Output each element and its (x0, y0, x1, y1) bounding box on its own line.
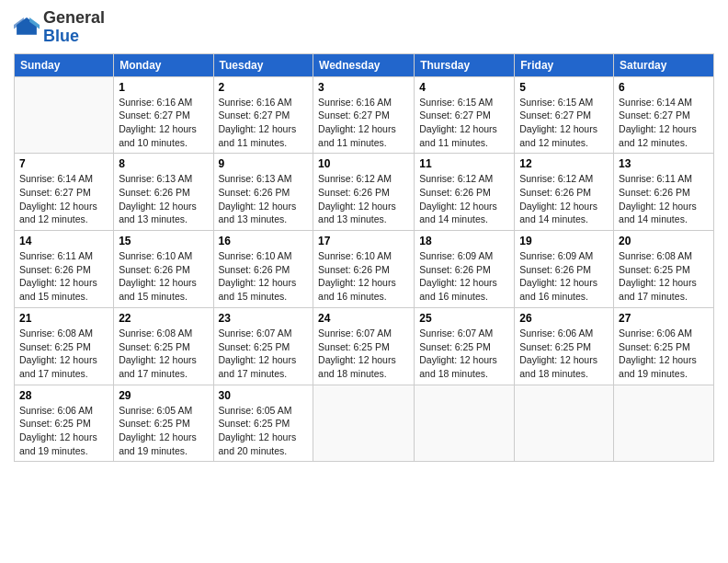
day-info: Sunrise: 6:14 AM Sunset: 6:27 PM Dayligh… (19, 172, 108, 226)
day-number: 24 (318, 312, 409, 325)
col-wednesday: Wednesday (313, 53, 415, 76)
day-info: Sunrise: 6:11 AM Sunset: 6:26 PM Dayligh… (619, 172, 709, 226)
calendar-cell (313, 385, 415, 462)
calendar-cell: 8Sunrise: 6:13 AM Sunset: 6:26 PM Daylig… (114, 154, 213, 231)
day-number: 18 (419, 235, 509, 247)
calendar-row: 21Sunrise: 6:08 AM Sunset: 6:25 PM Dayli… (15, 307, 714, 385)
day-info: Sunrise: 6:06 AM Sunset: 6:25 PM Dayligh… (619, 327, 709, 381)
day-info: Sunrise: 6:16 AM Sunset: 6:27 PM Dayligh… (219, 96, 309, 150)
calendar-cell: 4Sunrise: 6:15 AM Sunset: 6:27 PM Daylig… (415, 76, 515, 154)
calendar-header: Sunday Monday Tuesday Wednesday Thursday… (15, 53, 714, 76)
day-number: 10 (318, 157, 409, 170)
logo-icon (14, 15, 40, 40)
day-info: Sunrise: 6:07 AM Sunset: 6:25 PM Dayligh… (419, 327, 509, 381)
calendar-cell: 20Sunrise: 6:08 AM Sunset: 6:25 PM Dayli… (614, 231, 714, 308)
day-number: 26 (519, 312, 609, 325)
logo-text: General Blue (43, 9, 105, 46)
day-info: Sunrise: 6:12 AM Sunset: 6:26 PM Dayligh… (419, 172, 509, 226)
day-number: 25 (419, 312, 509, 325)
calendar-cell: 21Sunrise: 6:08 AM Sunset: 6:25 PM Dayli… (15, 307, 114, 385)
day-info: Sunrise: 6:06 AM Sunset: 6:25 PM Dayligh… (19, 404, 108, 458)
day-number: 16 (219, 235, 309, 247)
day-number: 13 (619, 157, 709, 170)
header: General Blue (14, 9, 714, 46)
calendar-cell: 1Sunrise: 6:16 AM Sunset: 6:27 PM Daylig… (114, 76, 213, 154)
calendar-cell: 16Sunrise: 6:10 AM Sunset: 6:26 PM Dayli… (213, 231, 313, 308)
calendar-table: Sunday Monday Tuesday Wednesday Thursday… (14, 53, 714, 463)
day-info: Sunrise: 6:12 AM Sunset: 6:26 PM Dayligh… (519, 172, 609, 226)
calendar-cell: 13Sunrise: 6:11 AM Sunset: 6:26 PM Dayli… (614, 154, 714, 231)
calendar-cell (15, 76, 114, 154)
calendar-cell: 29Sunrise: 6:05 AM Sunset: 6:25 PM Dayli… (114, 385, 213, 462)
col-sunday: Sunday (15, 53, 114, 76)
calendar-cell: 25Sunrise: 6:07 AM Sunset: 6:25 PM Dayli… (415, 307, 515, 385)
day-number: 12 (519, 157, 609, 170)
calendar-cell: 23Sunrise: 6:07 AM Sunset: 6:25 PM Dayli… (213, 307, 313, 385)
day-info: Sunrise: 6:10 AM Sunset: 6:26 PM Dayligh… (119, 249, 208, 304)
calendar-cell: 6Sunrise: 6:14 AM Sunset: 6:27 PM Daylig… (614, 76, 714, 154)
day-info: Sunrise: 6:09 AM Sunset: 6:26 PM Dayligh… (519, 249, 609, 304)
day-info: Sunrise: 6:06 AM Sunset: 6:25 PM Dayligh… (519, 327, 609, 381)
day-info: Sunrise: 6:13 AM Sunset: 6:26 PM Dayligh… (219, 172, 309, 226)
calendar-cell: 24Sunrise: 6:07 AM Sunset: 6:25 PM Dayli… (313, 307, 415, 385)
day-number: 6 (619, 81, 709, 94)
calendar-cell: 10Sunrise: 6:12 AM Sunset: 6:26 PM Dayli… (313, 154, 415, 231)
calendar-cell: 12Sunrise: 6:12 AM Sunset: 6:26 PM Dayli… (515, 154, 614, 231)
calendar-cell: 27Sunrise: 6:06 AM Sunset: 6:25 PM Dayli… (614, 307, 714, 385)
calendar-row: 14Sunrise: 6:11 AM Sunset: 6:26 PM Dayli… (15, 231, 714, 308)
day-info: Sunrise: 6:11 AM Sunset: 6:26 PM Dayligh… (19, 249, 108, 304)
day-info: Sunrise: 6:10 AM Sunset: 6:26 PM Dayligh… (219, 249, 309, 304)
day-number: 17 (318, 235, 409, 247)
day-info: Sunrise: 6:05 AM Sunset: 6:25 PM Dayligh… (119, 404, 208, 458)
calendar-cell: 3Sunrise: 6:16 AM Sunset: 6:27 PM Daylig… (313, 76, 415, 154)
day-number: 30 (219, 389, 309, 402)
day-number: 4 (419, 81, 509, 94)
day-info: Sunrise: 6:09 AM Sunset: 6:26 PM Dayligh… (419, 249, 509, 304)
day-info: Sunrise: 6:15 AM Sunset: 6:27 PM Dayligh… (419, 96, 509, 150)
day-info: Sunrise: 6:08 AM Sunset: 6:25 PM Dayligh… (119, 327, 208, 381)
day-number: 9 (219, 157, 309, 170)
calendar-row: 28Sunrise: 6:06 AM Sunset: 6:25 PM Dayli… (15, 385, 714, 462)
day-info: Sunrise: 6:14 AM Sunset: 6:27 PM Dayligh… (619, 96, 709, 150)
calendar-row: 7Sunrise: 6:14 AM Sunset: 6:27 PM Daylig… (15, 154, 714, 231)
col-thursday: Thursday (415, 53, 515, 76)
day-number: 7 (19, 157, 108, 170)
col-monday: Monday (114, 53, 213, 76)
day-info: Sunrise: 6:16 AM Sunset: 6:27 PM Dayligh… (119, 96, 208, 150)
calendar-cell: 5Sunrise: 6:15 AM Sunset: 6:27 PM Daylig… (515, 76, 614, 154)
calendar-cell: 14Sunrise: 6:11 AM Sunset: 6:26 PM Dayli… (15, 231, 114, 308)
calendar-cell: 18Sunrise: 6:09 AM Sunset: 6:26 PM Dayli… (415, 231, 515, 308)
day-number: 23 (219, 312, 309, 325)
calendar-cell: 26Sunrise: 6:06 AM Sunset: 6:25 PM Dayli… (515, 307, 614, 385)
day-info: Sunrise: 6:10 AM Sunset: 6:26 PM Dayligh… (318, 249, 409, 304)
day-info: Sunrise: 6:07 AM Sunset: 6:25 PM Dayligh… (219, 327, 309, 381)
calendar-body: 1Sunrise: 6:16 AM Sunset: 6:27 PM Daylig… (15, 76, 714, 462)
calendar-cell (515, 385, 614, 462)
calendar-cell (415, 385, 515, 462)
day-number: 1 (119, 81, 208, 94)
day-number: 20 (619, 235, 709, 247)
calendar-cell: 22Sunrise: 6:08 AM Sunset: 6:25 PM Dayli… (114, 307, 213, 385)
day-number: 14 (19, 235, 108, 247)
calendar-cell: 11Sunrise: 6:12 AM Sunset: 6:26 PM Dayli… (415, 154, 515, 231)
day-number: 5 (519, 81, 609, 94)
day-number: 15 (119, 235, 208, 247)
calendar-cell: 2Sunrise: 6:16 AM Sunset: 6:27 PM Daylig… (213, 76, 313, 154)
day-info: Sunrise: 6:12 AM Sunset: 6:26 PM Dayligh… (318, 172, 409, 226)
day-info: Sunrise: 6:16 AM Sunset: 6:27 PM Dayligh… (318, 96, 409, 150)
day-number: 27 (619, 312, 709, 325)
logo: General Blue (14, 9, 105, 46)
calendar-cell: 15Sunrise: 6:10 AM Sunset: 6:26 PM Dayli… (114, 231, 213, 308)
svg-marker-0 (17, 17, 37, 35)
col-tuesday: Tuesday (213, 53, 313, 76)
day-number: 22 (119, 312, 208, 325)
page: General Blue Sunday Monday Tuesday Wedne… (0, 0, 728, 563)
calendar-cell: 9Sunrise: 6:13 AM Sunset: 6:26 PM Daylig… (213, 154, 313, 231)
day-number: 2 (219, 81, 309, 94)
day-number: 3 (318, 81, 409, 94)
calendar-cell: 17Sunrise: 6:10 AM Sunset: 6:26 PM Dayli… (313, 231, 415, 308)
calendar-cell: 7Sunrise: 6:14 AM Sunset: 6:27 PM Daylig… (15, 154, 114, 231)
day-info: Sunrise: 6:08 AM Sunset: 6:25 PM Dayligh… (19, 327, 108, 381)
day-number: 28 (19, 389, 108, 402)
day-info: Sunrise: 6:05 AM Sunset: 6:25 PM Dayligh… (219, 404, 309, 458)
